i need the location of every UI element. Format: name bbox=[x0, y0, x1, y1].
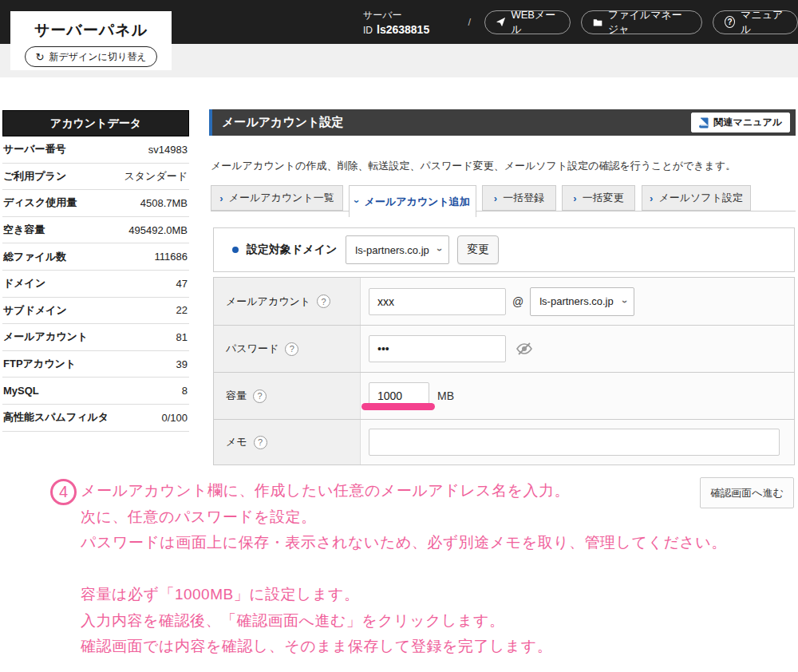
annotation-text-top: メールアカウント欄に、作成したい任意のメールアドレス名を入力。 次に、任意のパス… bbox=[81, 478, 727, 556]
question-circle-icon: ? bbox=[725, 16, 735, 28]
mail-account-form: メールアカウント ? @ ls-partners.co.jp › パスワード ? bbox=[213, 277, 795, 465]
step-number-badge: 4 bbox=[50, 479, 77, 505]
row-label: 空き容量 bbox=[3, 223, 45, 237]
help-icon[interactable]: ? bbox=[317, 294, 330, 308]
row-label: サブドメイン bbox=[3, 303, 67, 318]
account-data-panel: アカウントデータ サーバー番号 sv14983 ご利用プラン スタンダード ディ… bbox=[2, 110, 189, 432]
row-label: ドメイン bbox=[3, 276, 45, 291]
row-value: 0/100 bbox=[161, 412, 188, 424]
tab-mail-account-add[interactable]: › メールアカウント追加 bbox=[349, 185, 476, 217]
page-title-bar: メールアカウント設定 関連マニュアル bbox=[209, 109, 796, 136]
server-id: サーバーIDls2638815 bbox=[363, 7, 455, 37]
memo-input[interactable] bbox=[369, 429, 780, 456]
sidebar-row-server-number: サーバー番号 sv14983 bbox=[2, 136, 189, 164]
logo-title: サーバーパネル bbox=[10, 20, 172, 41]
tab-bulk-register[interactable]: › 一括登録 bbox=[482, 185, 556, 211]
at-sign: @ bbox=[512, 295, 523, 308]
sidebar-row-domains: ドメイン 47 bbox=[2, 271, 189, 298]
form-row-mail-account: メールアカウント ? @ ls-partners.co.jp › bbox=[214, 278, 794, 326]
row-label: ご利用プラン bbox=[3, 169, 66, 184]
row-value: 4508.7MB bbox=[140, 197, 188, 209]
memo-label: メモ bbox=[226, 435, 247, 449]
form-label-cell: パスワード ? bbox=[214, 326, 361, 372]
change-domain-button[interactable]: 変更 bbox=[457, 235, 499, 264]
row-value: 111686 bbox=[155, 251, 188, 263]
sidebar-row-ftp-accounts: FTPアカウント 39 bbox=[2, 351, 189, 378]
tab-bar: › メールアカウント一覧 › メールアカウント追加 › 一括登録 › 一括変更 … bbox=[211, 185, 796, 217]
tab-label: 一括登録 bbox=[503, 191, 544, 205]
webmail-button[interactable]: WEBメール bbox=[484, 10, 571, 34]
target-domain-section: 設定対象ドメイン ls-partners.co.jp › 変更 bbox=[213, 227, 795, 272]
tab-bulk-change[interactable]: › 一括変更 bbox=[562, 185, 635, 211]
server-id-value: ls2638815 bbox=[377, 23, 429, 36]
sidebar-row-mail-accounts: メールアカウント 81 bbox=[2, 324, 189, 351]
webmail-label: WEBメール bbox=[511, 8, 558, 37]
annotation-line: 容量は必ず「1000MB」に設定します。 bbox=[81, 582, 552, 608]
tab-label: メールアカウント追加 bbox=[365, 195, 470, 209]
switch-design-button[interactable]: ↻ 新デザインに切り替え bbox=[25, 46, 158, 67]
tab-label: メールソフト設定 bbox=[658, 191, 743, 205]
target-domain-select[interactable]: ls-partners.co.jp › bbox=[346, 235, 449, 264]
sidebar-row-disk-usage: ディスク使用量 4508.7MB bbox=[2, 190, 189, 217]
chevron-right-icon: › bbox=[650, 193, 653, 204]
sidebar-row-spam-filter: 高性能スパムフィルタ 0/100 bbox=[2, 405, 189, 432]
row-value: 8 bbox=[182, 385, 188, 397]
mail-account-input[interactable] bbox=[369, 288, 506, 315]
quota-label: 容量 bbox=[226, 389, 247, 403]
row-label: メールアカウント bbox=[3, 330, 88, 344]
chevron-right-icon: › bbox=[494, 193, 497, 204]
annotation-text-bottom: 容量は必ず「1000MB」に設定します。 入力内容を確認後、「確認画面へ進む」を… bbox=[81, 582, 552, 660]
ring-bullet-icon bbox=[232, 247, 239, 253]
row-label: ディスク使用量 bbox=[3, 196, 77, 210]
selected-mail-domain: ls-partners.co.jp bbox=[539, 295, 613, 307]
folder-icon bbox=[593, 18, 602, 27]
row-value: 495492.0MB bbox=[128, 224, 188, 236]
row-label: MySQL bbox=[3, 385, 39, 397]
help-icon[interactable]: ? bbox=[254, 436, 267, 449]
sidebar-row-subdomains: サブドメイン 22 bbox=[2, 298, 189, 325]
chevron-down-icon: › bbox=[352, 200, 362, 203]
form-value-cell: MB bbox=[361, 373, 794, 419]
header-separator: / bbox=[468, 16, 472, 28]
form-row-password: パスワード ? bbox=[214, 326, 794, 373]
account-data-title: アカウントデータ bbox=[2, 110, 189, 136]
file-manager-button[interactable]: ファイルマネージャ bbox=[581, 10, 702, 34]
annotation-line: パスワードは画面上に保存・表示されないため、必ず別途メモを取り、管理してください… bbox=[81, 530, 727, 556]
manual-label: マニュアル bbox=[741, 8, 786, 37]
form-value-cell: @ ls-partners.co.jp › bbox=[361, 278, 794, 325]
row-label: 総ファイル数 bbox=[3, 250, 66, 264]
form-label-cell: メモ ? bbox=[214, 420, 361, 464]
annotation-line: 入力内容を確認後、「確認画面へ進む」をクリックします。 bbox=[81, 608, 552, 634]
help-icon[interactable]: ? bbox=[253, 389, 267, 403]
tab-bottom-border bbox=[211, 211, 796, 211]
row-value: 22 bbox=[176, 304, 188, 316]
pink-highlight-underline bbox=[361, 403, 435, 410]
chevron-right-icon: › bbox=[219, 193, 223, 204]
eye-off-icon[interactable] bbox=[516, 342, 533, 356]
help-icon[interactable]: ? bbox=[285, 342, 298, 356]
tab-mail-software-settings[interactable]: › メールソフト設定 bbox=[642, 185, 751, 211]
form-value-cell bbox=[361, 326, 794, 372]
password-input[interactable] bbox=[369, 335, 506, 362]
page-title: メールアカウント設定 bbox=[212, 115, 343, 130]
book-icon bbox=[699, 117, 709, 128]
main-content: メールアカウント設定 関連マニュアル メールアカウントの作成、削除、転送設定、パ… bbox=[209, 109, 796, 476]
form-label-cell: 容量 ? bbox=[214, 373, 361, 419]
row-value: 39 bbox=[176, 358, 188, 370]
form-row-quota: 容量 ? MB bbox=[214, 373, 794, 420]
related-manual-button[interactable]: 関連マニュアル bbox=[691, 113, 790, 132]
annotation-line: メールアカウント欄に、作成したい任意のメールアドレス名を入力。 bbox=[81, 478, 727, 504]
row-value: 47 bbox=[176, 278, 188, 290]
form-label-cell: メールアカウント ? bbox=[214, 278, 361, 325]
quota-unit: MB bbox=[437, 389, 454, 402]
password-label: パスワード bbox=[226, 342, 279, 356]
file-manager-label: ファイルマネージャ bbox=[608, 8, 690, 37]
paper-plane-icon bbox=[496, 17, 505, 27]
chevron-down-icon: › bbox=[619, 300, 630, 303]
tab-mail-account-list[interactable]: › メールアカウント一覧 bbox=[211, 185, 343, 211]
page-description: メールアカウントの作成、削除、転送設定、パスワード変更、メールソフト設定の確認を… bbox=[211, 159, 736, 173]
mail-domain-select[interactable]: ls-partners.co.jp › bbox=[530, 287, 634, 316]
tab-label: メールアカウント一覧 bbox=[229, 191, 334, 205]
form-value-cell bbox=[361, 420, 794, 464]
manual-button[interactable]: ? マニュアル bbox=[713, 10, 798, 34]
